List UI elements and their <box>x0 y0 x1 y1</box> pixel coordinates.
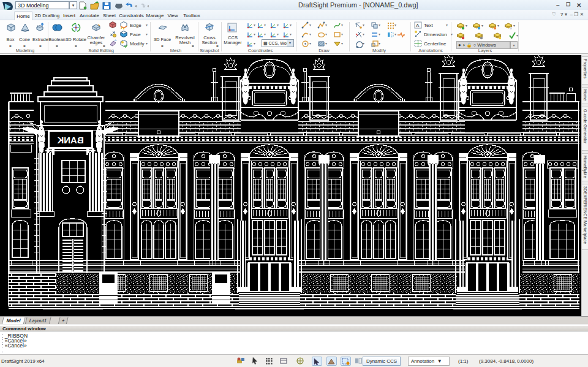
svg-text:BANK: BANK <box>57 135 83 145</box>
svg-text:A: A <box>416 23 420 28</box>
